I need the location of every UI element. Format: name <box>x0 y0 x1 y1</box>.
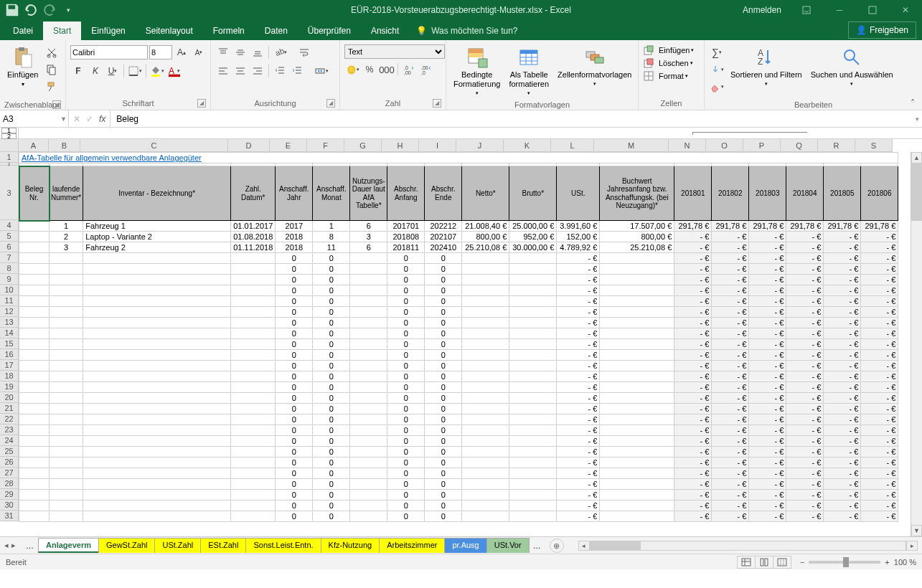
header-cell[interactable]: Buchwert Jahresanfang bzw. Anschaffungsk… <box>600 166 674 221</box>
align-bottom-icon[interactable] <box>250 44 265 60</box>
cell[interactable] <box>350 490 387 501</box>
align-left-icon[interactable] <box>215 63 231 79</box>
cell[interactable] <box>350 479 387 490</box>
cell[interactable]: 0 <box>276 339 313 350</box>
row-header-10[interactable]: 10 <box>0 285 18 295</box>
row-header-20[interactable]: 20 <box>0 392 18 403</box>
hscroll-thumb[interactable] <box>591 541 641 550</box>
cell[interactable] <box>19 371 50 382</box>
row-header-9[interactable]: 9 <box>0 274 18 285</box>
cell[interactable]: - € <box>861 307 898 318</box>
align-center-icon[interactable] <box>232 63 248 79</box>
row-header-17[interactable]: 17 <box>0 360 18 371</box>
cell[interactable] <box>19 393 50 404</box>
cell[interactable] <box>462 382 509 393</box>
cell[interactable] <box>600 361 674 371</box>
row-header-15[interactable]: 15 <box>0 338 18 349</box>
cell[interactable] <box>231 328 276 339</box>
cell[interactable] <box>19 425 50 436</box>
login-button[interactable]: Anmelden <box>734 5 790 15</box>
cell[interactable]: 291,78 € <box>712 221 749 232</box>
cell[interactable] <box>350 275 387 285</box>
qat-customize-icon[interactable]: ▾ <box>60 2 76 18</box>
cell[interactable]: Fahrzeug 1 <box>83 221 231 232</box>
cancel-formula-icon[interactable]: ✕ <box>73 114 80 124</box>
redo-icon[interactable] <box>42 2 57 18</box>
cell[interactable]: 0 <box>387 307 425 318</box>
cell[interactable] <box>19 511 50 522</box>
align-right-icon[interactable] <box>250 63 265 79</box>
cell[interactable] <box>231 511 276 522</box>
cell[interactable] <box>231 490 276 501</box>
cell[interactable]: 0 <box>276 371 313 382</box>
cell[interactable] <box>462 318 509 328</box>
cell[interactable]: - € <box>824 382 861 393</box>
vertical-scrollbar[interactable]: ▲ ▼ <box>911 152 922 536</box>
cell[interactable]: 0 <box>313 275 350 285</box>
cell[interactable]: - € <box>786 436 824 447</box>
cell[interactable] <box>600 371 674 382</box>
minimize-icon[interactable]: ─ <box>823 0 856 20</box>
cell[interactable]: - € <box>674 242 712 253</box>
cell[interactable]: - € <box>674 275 712 285</box>
cell[interactable] <box>231 414 276 425</box>
cell[interactable]: - € <box>712 361 749 371</box>
cell[interactable]: - € <box>749 511 786 522</box>
cell[interactable]: 6 <box>350 242 387 253</box>
scroll-down-icon[interactable]: ▼ <box>911 525 922 536</box>
cell[interactable]: - € <box>749 232 786 242</box>
cell[interactable] <box>600 339 674 350</box>
cell[interactable]: 201811 <box>387 242 425 253</box>
format-cells-button[interactable]: Format ▾ <box>643 70 688 82</box>
cell[interactable]: - € <box>674 490 712 501</box>
cell[interactable]: 0 <box>387 436 425 447</box>
scroll-left-icon[interactable]: ◂ <box>578 541 590 551</box>
cell[interactable]: - € <box>557 501 600 511</box>
sheet-more-right[interactable]: … <box>529 541 545 550</box>
cell[interactable]: - € <box>861 296 898 307</box>
row-header-19[interactable]: 19 <box>0 381 18 392</box>
cell[interactable]: - € <box>861 242 898 253</box>
row-header-27[interactable]: 27 <box>0 468 18 478</box>
cell[interactable] <box>600 275 674 285</box>
cell[interactable]: - € <box>749 457 786 468</box>
cell[interactable]: - € <box>674 232 712 242</box>
cell[interactable]: - € <box>674 318 712 328</box>
cell[interactable] <box>50 393 83 404</box>
cell[interactable] <box>19 285 50 296</box>
cell[interactable]: - € <box>674 447 712 457</box>
sheet-tab-arbeitszimmer[interactable]: Arbeitszimmer <box>379 538 445 553</box>
cell[interactable]: - € <box>557 275 600 285</box>
cell[interactable] <box>231 501 276 511</box>
autosum-icon[interactable]: ∑ ▾ <box>709 44 725 60</box>
row-header-4[interactable]: 4 <box>0 220 18 231</box>
sheet-tab-estzahl[interactable]: ESt.Zahl <box>200 538 246 553</box>
cell[interactable]: 0 <box>313 339 350 350</box>
cell[interactable]: 25.210,08 € <box>600 242 674 253</box>
cell[interactable]: 0 <box>313 447 350 457</box>
cell[interactable]: 291,78 € <box>861 221 898 232</box>
cell[interactable]: - € <box>712 414 749 425</box>
cell[interactable]: 6 <box>350 221 387 232</box>
format-painter-icon[interactable] <box>44 79 60 95</box>
cell[interactable]: 291,78 € <box>749 221 786 232</box>
cell[interactable] <box>600 296 674 307</box>
zoom-thumb[interactable] <box>843 557 849 567</box>
cell[interactable]: 0 <box>276 511 313 522</box>
cell[interactable]: - € <box>557 350 600 361</box>
formula-bar[interactable]: Beleg▾ <box>110 110 922 127</box>
cell[interactable]: 0 <box>276 285 313 296</box>
cell[interactable] <box>509 425 557 436</box>
cell[interactable] <box>50 436 83 447</box>
increase-indent-icon[interactable] <box>289 63 305 79</box>
cell[interactable]: - € <box>749 285 786 296</box>
cell[interactable]: 2017 <box>276 221 313 232</box>
cell[interactable] <box>19 221 50 232</box>
scroll-right-icon[interactable]: ▸ <box>906 541 918 551</box>
cell[interactable] <box>19 382 50 393</box>
cell[interactable] <box>50 425 83 436</box>
cell[interactable]: 0 <box>276 436 313 447</box>
conditional-formatting-button[interactable]: Bedingte Formatierung▾ <box>451 44 503 99</box>
cell[interactable]: - € <box>861 232 898 242</box>
cell[interactable]: - € <box>786 232 824 242</box>
